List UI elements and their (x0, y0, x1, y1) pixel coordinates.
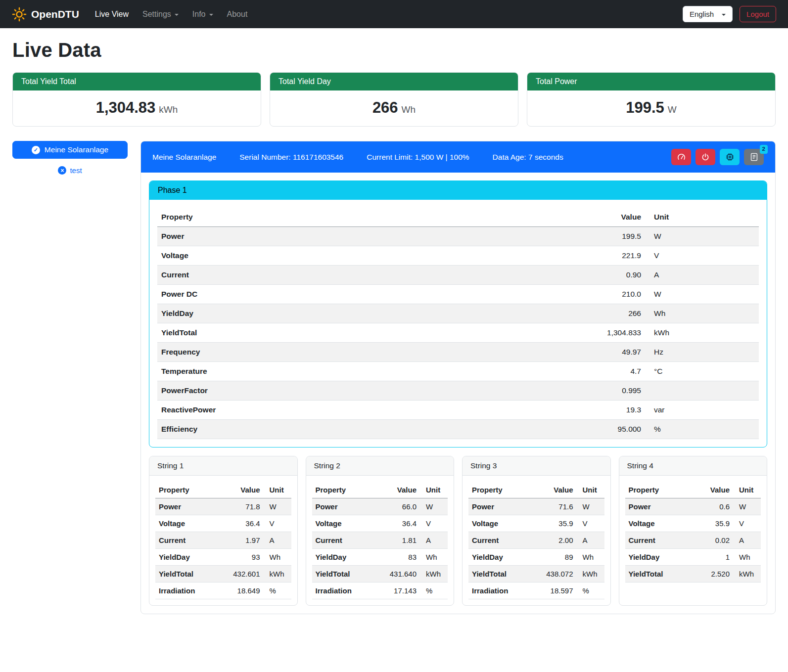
property-value: 35.9 (692, 515, 733, 532)
column-property: Property (155, 482, 222, 498)
language-selected-value: English (690, 10, 714, 18)
table-header-row: Property Value Unit (468, 482, 604, 498)
property-unit: V (645, 246, 759, 266)
property-name: PowerFactor (157, 381, 581, 401)
check-circle-icon: ✓ (32, 146, 40, 154)
table-row: YieldTotal 432.601 kWh (155, 566, 291, 582)
strings-row: String 1 Property Value Unit (149, 456, 767, 606)
property-value: 4.7 (581, 362, 645, 381)
property-unit: V (733, 515, 761, 532)
table-row: Current 1.81 A (312, 532, 448, 549)
property-unit: A (577, 532, 604, 549)
string-card-title: String 1 (149, 456, 297, 476)
property-name: Power DC (157, 285, 581, 304)
nav-about[interactable]: About (220, 6, 255, 23)
property-unit: Wh (733, 549, 761, 566)
column-value: Value (581, 208, 645, 227)
nav-about-label: About (227, 10, 248, 19)
property-unit: Wh (264, 549, 291, 566)
inverter-test-link[interactable]: × test (12, 166, 128, 175)
nav-info[interactable]: Info (185, 6, 220, 23)
string-1-card: String 1 Property Value Unit (149, 456, 298, 606)
table-row: Voltage 35.9 V (468, 515, 604, 532)
event-log-button[interactable]: 2 (744, 149, 764, 165)
property-name: Current (157, 266, 581, 285)
table-header-row: Property Value Unit (157, 208, 759, 227)
table-row: Power 71.8 W (155, 498, 291, 515)
property-value: 2.00 (535, 532, 577, 549)
nav-live-view[interactable]: Live View (88, 6, 136, 23)
table-row: Current 0.90 A (157, 266, 759, 285)
property-name: YieldTotal (625, 566, 692, 582)
property-value: 36.4 (378, 515, 420, 532)
column-value: Value (535, 482, 577, 498)
property-name: Voltage (625, 515, 692, 532)
chevron-down-icon (209, 14, 213, 16)
column-unit: Unit (733, 482, 761, 498)
phase-table: Property Value Unit Power 199.5 (157, 208, 759, 439)
property-unit: kWh (577, 566, 604, 582)
property-value: 266 (581, 304, 645, 323)
property-name: Power (312, 498, 379, 515)
property-unit: A (264, 532, 291, 549)
language-select[interactable]: English (683, 6, 733, 22)
property-value: 221.9 (581, 246, 645, 266)
column-unit: Unit (420, 482, 448, 498)
column-unit: Unit (645, 208, 759, 227)
property-value: 1.97 (222, 532, 264, 549)
property-name: Voltage (468, 515, 535, 532)
property-value: 2.520 (692, 566, 733, 582)
table-row: Voltage 36.4 V (155, 515, 291, 532)
table-row: YieldTotal 1,304.833 kWh (157, 323, 759, 343)
property-unit: V (577, 515, 604, 532)
inverter-select-label: Meine Solaranlage (45, 145, 108, 154)
property-unit: % (264, 582, 291, 599)
table-row: Temperature 4.7 °C (157, 362, 759, 381)
string-2-card: String 2 Property Value Unit (306, 456, 455, 606)
property-name: Power (625, 498, 692, 515)
power-button[interactable] (695, 149, 715, 165)
property-value: 93 (222, 549, 264, 566)
brand[interactable]: OpenDTU (12, 7, 79, 22)
property-name: Current (155, 532, 222, 549)
property-unit: Wh (420, 549, 448, 566)
inverter-select-button[interactable]: ✓ Meine Solaranlage (12, 141, 128, 159)
property-unit: W (645, 227, 759, 246)
property-unit: kWh (264, 566, 291, 582)
property-value: 432.601 (222, 566, 264, 582)
cpu-chip-icon (725, 152, 735, 162)
table-row: Irradiation 18.597 % (468, 582, 604, 599)
property-name: YieldDay (625, 549, 692, 566)
property-value: 71.6 (535, 498, 577, 515)
power-icon (701, 153, 710, 162)
property-value: 18.597 (535, 582, 577, 599)
property-value: 89 (535, 549, 577, 566)
device-info-button[interactable] (720, 149, 740, 165)
property-unit: kWh (420, 566, 448, 582)
property-unit: % (645, 420, 759, 439)
limit-settings-button[interactable] (671, 149, 691, 165)
table-row: YieldDay 266 Wh (157, 304, 759, 323)
table-row: Power 66.0 W (312, 498, 448, 515)
table-row: YieldDay 89 Wh (468, 549, 604, 566)
property-unit: A (420, 532, 448, 549)
brand-label: OpenDTU (31, 8, 79, 20)
summary-card-unit: W (668, 104, 677, 115)
string-card-title: String 4 (619, 456, 767, 476)
inverter-card-header: Meine Solaranlage Serial Number: 1161716… (141, 141, 775, 173)
property-unit: V (420, 515, 448, 532)
property-value: 49.97 (581, 343, 645, 362)
nav-settings[interactable]: Settings (136, 6, 185, 23)
property-name: YieldDay (155, 549, 222, 566)
property-name: Current (625, 532, 692, 549)
property-value: 0.90 (581, 266, 645, 285)
property-unit: A (645, 266, 759, 285)
string-1-table: Property Value Unit Power 71.8 (155, 482, 291, 599)
property-unit: W (733, 498, 761, 515)
table-row: Voltage 221.9 V (157, 246, 759, 266)
inverter-name: Meine Solaranlage (152, 153, 216, 162)
string-card-title: String 3 (463, 456, 610, 476)
property-name: ReactivePower (157, 401, 581, 420)
property-unit: Hz (645, 343, 759, 362)
logout-button[interactable]: Logout (740, 6, 776, 22)
